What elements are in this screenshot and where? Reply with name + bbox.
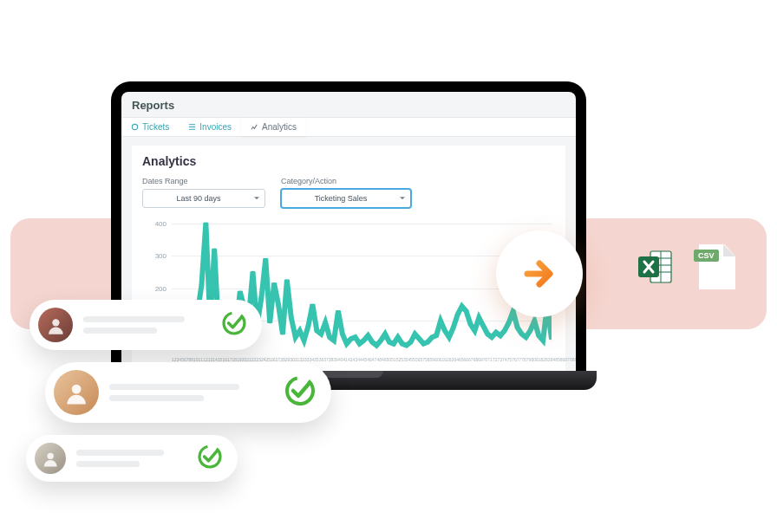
- ticket-icon: [131, 123, 139, 131]
- svg-point-41: [314, 330, 319, 332]
- svg-point-32: [276, 303, 281, 305]
- svg-point-14: [199, 284, 204, 286]
- svg-point-90: [523, 336, 528, 338]
- svg-point-52: [361, 340, 366, 341]
- svg-point-50: [353, 336, 358, 338]
- svg-point-46: [336, 310, 341, 312]
- svg-point-76: [464, 310, 469, 312]
- card-content: [109, 384, 272, 401]
- svg-point-100: [283, 373, 317, 408]
- svg-point-60: [395, 336, 401, 338]
- svg-point-77: [467, 323, 473, 325]
- svg-point-86: [506, 321, 512, 323]
- svg-point-44: [327, 336, 332, 338]
- svg-point-68: [429, 336, 434, 338]
- invoice-icon: [188, 123, 196, 131]
- svg-point-6: [132, 124, 137, 129]
- svg-point-79: [476, 317, 481, 319]
- svg-point-35: [289, 317, 294, 319]
- svg-point-15: [203, 222, 208, 224]
- svg-point-92: [532, 320, 537, 321]
- tabs-bar: Tickets Invoices Analytics: [121, 117, 576, 137]
- svg-point-101: [47, 452, 53, 458]
- panel-title: Analytics: [142, 154, 555, 168]
- svg-point-45: [331, 340, 336, 341]
- export-arrow-icon: [496, 230, 583, 317]
- page-title: Reports: [121, 92, 576, 117]
- svg-point-51: [356, 343, 362, 345]
- svg-point-47: [340, 333, 345, 334]
- date-range-label: Dates Range: [142, 177, 265, 185]
- tab-invoices[interactable]: Invoices: [179, 118, 241, 136]
- svg-point-66: [421, 343, 426, 345]
- svg-point-73: [451, 327, 456, 328]
- svg-point-39: [305, 325, 310, 327]
- card-content: [76, 450, 186, 467]
- svg-point-93: [536, 334, 541, 336]
- svg-point-82: [489, 336, 494, 338]
- svg-point-64: [412, 333, 417, 334]
- svg-point-55: [374, 344, 379, 346]
- svg-point-23: [238, 290, 243, 292]
- svg-point-71: [442, 330, 447, 332]
- svg-point-38: [301, 340, 306, 341]
- tab-analytics[interactable]: Analytics: [241, 118, 306, 136]
- user-card-1: [29, 300, 262, 350]
- svg-point-62: [404, 344, 409, 346]
- svg-point-83: [493, 331, 499, 333]
- svg-point-87: [511, 310, 516, 312]
- svg-point-56: [378, 340, 383, 341]
- category-select[interactable]: Ticketing Sales: [281, 189, 411, 208]
- card-content: [83, 316, 210, 334]
- svg-point-59: [391, 343, 396, 345]
- check-circle-icon: [220, 309, 248, 341]
- tab-label: Analytics: [262, 122, 297, 132]
- avatar: [35, 443, 66, 474]
- svg-point-102: [196, 443, 224, 470]
- svg-point-34: [284, 279, 290, 281]
- svg-point-31: [271, 282, 277, 284]
- check-circle-icon: [283, 373, 317, 412]
- svg-point-89: [519, 333, 524, 334]
- svg-point-26: [250, 271, 255, 273]
- tab-label: Tickets: [142, 122, 169, 132]
- svg-point-74: [455, 314, 460, 315]
- svg-point-53: [365, 334, 370, 336]
- svg-point-70: [438, 320, 443, 321]
- date-range-select[interactable]: Last 90 days: [142, 189, 265, 208]
- svg-point-29: [263, 258, 268, 260]
- svg-point-69: [434, 334, 439, 336]
- user-card-2: [45, 362, 331, 423]
- svg-point-37: [297, 330, 303, 332]
- svg-point-67: [425, 341, 430, 343]
- svg-point-30: [267, 321, 272, 323]
- analytics-icon: [251, 123, 258, 131]
- svg-point-48: [344, 343, 349, 345]
- svg-point-17: [212, 249, 217, 250]
- svg-point-63: [408, 341, 414, 343]
- svg-point-94: [540, 340, 545, 341]
- svg-point-43: [323, 321, 328, 323]
- svg-point-85: [502, 330, 507, 332]
- svg-point-42: [318, 333, 323, 334]
- svg-point-98: [220, 309, 248, 337]
- svg-point-91: [527, 330, 532, 332]
- export-group: CSV: [637, 244, 735, 289]
- svg-point-36: [293, 336, 298, 338]
- svg-point-81: [485, 333, 490, 334]
- csv-icon: CSV: [699, 244, 735, 289]
- tab-tickets[interactable]: Tickets: [121, 118, 179, 136]
- svg-point-99: [72, 385, 82, 394]
- excel-icon: [637, 248, 675, 286]
- avatar: [54, 370, 99, 415]
- svg-point-84: [498, 334, 503, 336]
- tab-label: Invoices: [199, 122, 232, 132]
- svg-point-33: [280, 333, 285, 334]
- svg-point-40: [310, 303, 315, 305]
- avatar: [38, 308, 73, 342]
- svg-point-97: [52, 319, 59, 326]
- svg-point-72: [447, 336, 452, 338]
- svg-point-54: [369, 341, 375, 343]
- svg-point-88: [515, 327, 520, 328]
- svg-point-65: [416, 338, 421, 340]
